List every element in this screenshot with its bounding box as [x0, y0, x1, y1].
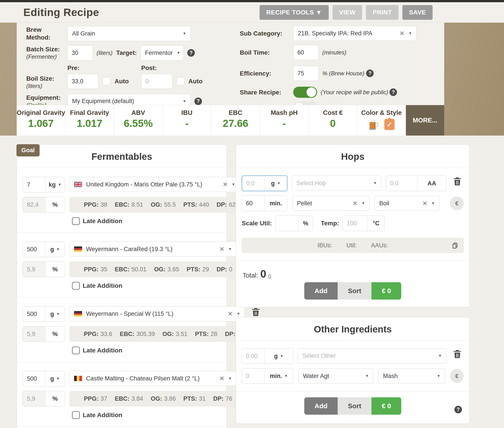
- hops-cost-button[interactable]: € 0: [371, 282, 401, 300]
- target-select[interactable]: Fermentor ▼: [140, 45, 184, 60]
- late-addition-checkbox[interactable]: [72, 217, 80, 225]
- temp-input[interactable]: [343, 216, 367, 231]
- percent-input[interactable]: [23, 326, 45, 342]
- clear-x-icon[interactable]: ✕: [220, 375, 224, 382]
- percent-input[interactable]: [23, 262, 45, 277]
- clear-x-icon[interactable]: ✕: [220, 246, 224, 253]
- hop-time-input[interactable]: [242, 196, 264, 211]
- help-icon[interactable]: ?: [366, 70, 374, 77]
- euro-cost-button[interactable]: €: [450, 369, 464, 383]
- scale-util-input[interactable]: [276, 216, 298, 231]
- chevron-down-icon: ▼: [431, 201, 435, 205]
- trash-icon[interactable]: [453, 176, 462, 187]
- brew-method-label: Brew Method:: [26, 26, 67, 41]
- chevron-down-icon: ▼: [437, 374, 440, 378]
- share-recipe-toggle[interactable]: [293, 87, 317, 98]
- hop-amount-combo: g▼: [242, 176, 287, 191]
- total-label: Total:: [243, 272, 258, 279]
- pre-auto-checkbox[interactable]: [103, 77, 111, 85]
- other-time-unit-select[interactable]: min.▼: [264, 369, 293, 384]
- help-icon[interactable]: ?: [187, 49, 195, 57]
- copy-icon[interactable]: [452, 242, 459, 249]
- hop-aa-input[interactable]: [386, 176, 417, 191]
- fermentable-select[interactable]: Weyermann - CaraRed (19.3 °L) ✕ ▼: [69, 242, 236, 257]
- clear-x-icon[interactable]: ✕: [400, 30, 404, 37]
- form-right-column: Sub Category: 21B. Specialty IPA: Red IP…: [222, 26, 444, 105]
- amount-input[interactable]: [23, 242, 45, 257]
- pre-boil-input[interactable]: [67, 74, 99, 89]
- help-icon[interactable]: ?: [389, 89, 397, 96]
- sort-other-button[interactable]: Sort: [338, 397, 371, 415]
- header-buttons: RECIPE TOOLS ▼ VIEW PRINT SAVE: [260, 5, 433, 20]
- total-value: 0: [260, 268, 266, 280]
- scale-util-label: Scale Util:: [242, 220, 272, 227]
- amount-input[interactable]: [23, 306, 45, 321]
- clear-x-icon[interactable]: ✕: [352, 200, 358, 207]
- trash-icon[interactable]: [453, 348, 462, 359]
- trash-icon[interactable]: [251, 306, 261, 317]
- post-auto-checkbox[interactable]: [176, 77, 184, 85]
- pre-auto-label: Auto: [115, 78, 129, 85]
- other-cost-button[interactable]: € 0: [371, 397, 401, 415]
- clear-x-icon[interactable]: ✕: [228, 310, 233, 317]
- unit-select[interactable]: kg▼: [45, 177, 65, 192]
- fermentable-select[interactable]: Weyermann - Special W (115 °L) ✕ ▼: [69, 306, 245, 321]
- stats-bar: Original Gravity1.067 Final Gravity1.017…: [17, 105, 444, 136]
- other-amount-input[interactable]: [242, 348, 264, 363]
- hop-amount-input[interactable]: [242, 176, 265, 191]
- fermentable-select[interactable]: Castle Malting - Chateau Pilsen Malt (2 …: [69, 371, 236, 386]
- other-ingredients-buttons: Add Sort € 0 ?: [236, 397, 470, 424]
- other-unit-select[interactable]: g▼: [264, 348, 293, 363]
- stat-ibu: IBU-: [162, 105, 211, 136]
- percent-input[interactable]: [23, 391, 45, 406]
- belgium-flag-icon: [74, 376, 82, 381]
- percent-input[interactable]: [23, 197, 45, 212]
- add-other-button[interactable]: Add: [304, 397, 338, 415]
- hop-type-select[interactable]: Pellet ✕ ▼: [292, 196, 370, 211]
- sort-hops-button[interactable]: Sort: [338, 282, 371, 300]
- more-button[interactable]: MORE...: [406, 105, 444, 136]
- unit-select[interactable]: g▼: [45, 306, 65, 321]
- chevron-down-icon: ▼: [228, 247, 232, 251]
- other-type-select[interactable]: Water Agt ▼: [298, 369, 373, 384]
- clear-x-icon[interactable]: ✕: [422, 200, 427, 207]
- ibus-label: IBUs:: [317, 242, 332, 249]
- boil-time-input[interactable]: [293, 45, 319, 60]
- post-boil-input[interactable]: [141, 74, 172, 89]
- unit-select[interactable]: g▼: [45, 242, 65, 257]
- late-addition-checkbox[interactable]: [72, 347, 80, 354]
- hop-unit-select[interactable]: g▼: [265, 176, 287, 191]
- fermentable-select[interactable]: United Kingdom - Maris Otter Pale (3.75 …: [69, 177, 240, 192]
- unit-select[interactable]: g▼: [45, 371, 65, 386]
- print-button[interactable]: PRINT: [366, 5, 399, 20]
- amount-input[interactable]: [23, 177, 45, 192]
- percent-unit: %: [45, 391, 65, 406]
- hop-use-select[interactable]: Boil ✕ ▼: [375, 196, 439, 211]
- other-time-input[interactable]: [242, 369, 264, 384]
- recipe-tools-button[interactable]: RECIPE TOOLS ▼: [260, 5, 329, 20]
- add-hop-button[interactable]: Add: [304, 282, 338, 300]
- late-addition-checkbox[interactable]: [72, 282, 80, 289]
- style-check-icon[interactable]: ✓: [384, 119, 394, 130]
- post-auto-label: Auto: [188, 78, 203, 85]
- fermentables-total-row: Total: 8.5 kg DP: 56 (Min: 30+) ?: [17, 427, 227, 428]
- help-icon[interactable]: ?: [194, 98, 202, 105]
- beer-mug-icon[interactable]: [368, 119, 379, 130]
- brew-method-select[interactable]: All Grain ▼: [67, 26, 191, 41]
- batch-size-input[interactable]: [67, 45, 93, 60]
- other-use-select[interactable]: Mash ▼: [378, 369, 445, 384]
- amount-input[interactable]: [23, 371, 45, 386]
- help-icon[interactable]: ?: [454, 406, 462, 413]
- goal-badge[interactable]: Goal: [17, 144, 40, 156]
- sub-category-select[interactable]: 21B. Specialty IPA: Red IPA ✕ ▼: [293, 26, 417, 41]
- save-button[interactable]: SAVE: [402, 5, 433, 20]
- chevron-down-icon: ▼: [56, 377, 60, 381]
- efficiency-input[interactable]: [293, 66, 319, 81]
- euro-cost-button[interactable]: €: [450, 197, 464, 210]
- other-select[interactable]: Select Other ▼: [298, 348, 446, 363]
- other-ingredients-title: Other Ingredients: [236, 317, 470, 341]
- clear-x-icon[interactable]: ✕: [223, 181, 228, 188]
- late-addition-checkbox[interactable]: [72, 411, 80, 419]
- view-button[interactable]: VIEW: [333, 5, 362, 20]
- hop-select[interactable]: Select Hop ▼: [292, 176, 381, 191]
